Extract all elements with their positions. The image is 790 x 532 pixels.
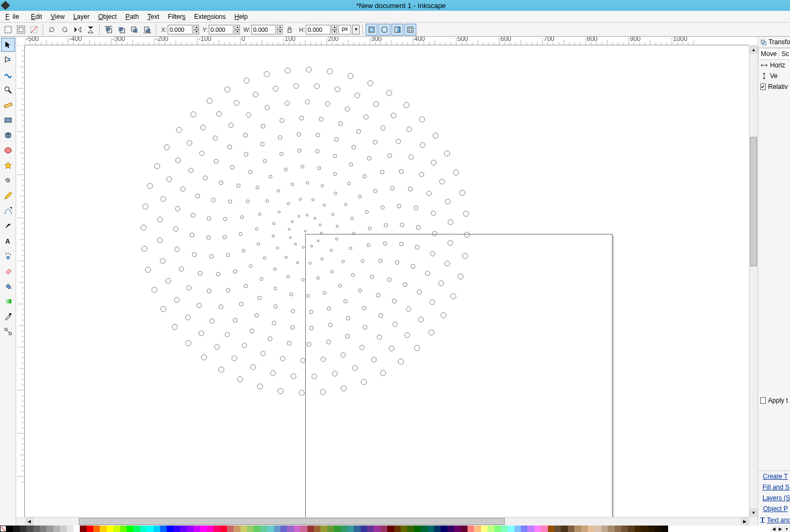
selector-tool-icon[interactable]	[1, 38, 15, 52]
connector-tool-icon[interactable]	[1, 324, 15, 338]
affect-corners-toggle[interactable]	[379, 24, 390, 36]
color-swatch[interactable]	[274, 526, 280, 532]
select-all-icon[interactable]	[15, 24, 27, 36]
color-swatch[interactable]	[387, 526, 394, 532]
color-swatch[interactable]	[13, 526, 19, 532]
tab-scale[interactable]: Sc	[779, 48, 790, 59]
spiral-tool-icon[interactable]	[1, 174, 15, 188]
color-swatch[interactable]	[267, 526, 273, 532]
deselect-icon[interactable]	[28, 24, 40, 36]
color-swatch[interactable]	[294, 526, 300, 532]
lower-bottom-icon[interactable]	[141, 24, 153, 36]
unit-dropdown-icon[interactable]: ▼	[352, 25, 360, 34]
color-swatch[interactable]	[448, 526, 454, 532]
menu-edit[interactable]: Edit	[28, 12, 45, 22]
menu-file[interactable]: File	[2, 12, 25, 22]
menu-layer[interactable]: Layer	[70, 12, 93, 22]
raise-icon[interactable]	[115, 24, 127, 36]
color-swatch[interactable]	[67, 526, 73, 532]
color-swatch[interactable]	[468, 526, 474, 532]
color-swatch[interactable]	[574, 526, 581, 532]
color-swatch[interactable]	[461, 526, 468, 532]
vert-option[interactable]: Ve	[758, 71, 790, 81]
h-spinner[interactable]: ▲▼	[332, 25, 337, 34]
color-swatch[interactable]	[514, 526, 521, 532]
zoom-tool-icon[interactable]	[1, 83, 15, 97]
color-swatch[interactable]	[648, 526, 655, 532]
color-swatch[interactable]	[554, 526, 561, 532]
color-swatch[interactable]	[421, 526, 427, 532]
color-swatch[interactable]	[474, 526, 480, 532]
color-swatch[interactable]	[253, 526, 260, 532]
color-swatch[interactable]	[80, 526, 86, 532]
color-swatch[interactable]	[40, 526, 46, 532]
color-swatch[interactable]	[46, 526, 53, 532]
color-swatch[interactable]	[608, 526, 614, 532]
color-swatch[interactable]	[581, 526, 588, 532]
lower-icon[interactable]	[128, 24, 140, 36]
color-swatch[interactable]	[641, 526, 648, 532]
color-swatch[interactable]	[260, 526, 267, 532]
paintbucket-tool-icon[interactable]	[1, 279, 15, 293]
color-swatch[interactable]	[481, 526, 487, 532]
affect-stroke-toggle[interactable]	[366, 24, 377, 36]
color-swatch[interactable]	[241, 526, 247, 532]
menu-view[interactable]: View	[47, 12, 68, 22]
lock-aspect-icon[interactable]	[284, 24, 296, 36]
box3d-tool-icon[interactable]	[1, 128, 15, 142]
x-spinner[interactable]: ▲▼	[194, 25, 199, 34]
palette-menu-icon[interactable]: ▾	[784, 526, 790, 532]
rotate-cw-icon[interactable]	[59, 24, 71, 36]
color-swatch[interactable]	[521, 526, 527, 532]
y-spinner[interactable]: ▲▼	[235, 25, 240, 34]
color-swatch[interactable]	[100, 526, 106, 532]
ellipse-tool-icon[interactable]	[1, 143, 15, 157]
x-input[interactable]	[168, 25, 193, 34]
color-swatch[interactable]	[327, 526, 334, 532]
color-swatch[interactable]	[187, 526, 194, 532]
menu-filters[interactable]: Filters	[164, 12, 189, 22]
w-spinner[interactable]: ▲▼	[277, 25, 283, 34]
link-text-font[interactable]: TText and	[758, 514, 790, 526]
rotate-ccw-icon[interactable]	[46, 24, 58, 36]
color-swatch[interactable]	[541, 526, 547, 532]
menu-help[interactable]: Help	[231, 12, 251, 22]
color-swatch[interactable]	[615, 526, 621, 532]
rect-tool-icon[interactable]	[1, 113, 15, 127]
color-swatch[interactable]	[221, 526, 227, 532]
color-swatch[interactable]	[194, 526, 200, 532]
color-swatch[interactable]	[507, 526, 514, 532]
color-swatch[interactable]	[628, 526, 634, 532]
color-swatch[interactable]	[534, 526, 541, 532]
color-swatch[interactable]	[374, 526, 380, 532]
menu-path[interactable]: Path	[122, 12, 142, 22]
color-swatch[interactable]	[407, 526, 414, 532]
bezier-tool-icon[interactable]	[1, 204, 15, 218]
color-swatch[interactable]	[33, 526, 40, 532]
color-swatch[interactable]	[113, 526, 120, 532]
menu-object[interactable]: Object	[95, 12, 120, 22]
hscroll-thumb[interactable]	[79, 518, 505, 525]
color-swatch[interactable]	[280, 526, 287, 532]
color-swatch[interactable]	[140, 526, 147, 532]
unit-select[interactable]: px	[338, 25, 351, 34]
raise-top-icon[interactable]	[102, 24, 114, 36]
color-swatch[interactable]	[154, 526, 160, 532]
gradient-tool-icon[interactable]	[1, 294, 15, 308]
color-swatch[interactable]	[494, 526, 501, 532]
color-swatch[interactable]	[568, 526, 574, 532]
tweak-tool-icon[interactable]	[1, 68, 15, 82]
palette-right-icon[interactable]: ▶	[777, 526, 784, 532]
color-swatch[interactable]	[227, 526, 233, 532]
scroll-left-icon[interactable]: ◀	[25, 517, 33, 526]
color-swatch[interactable]	[548, 526, 554, 532]
tab-move[interactable]: Move	[758, 48, 779, 59]
horiz-option[interactable]: Horiz	[758, 60, 790, 71]
link-object-props[interactable]: Object P	[758, 503, 790, 514]
color-swatch[interactable]	[588, 526, 594, 532]
color-swatch[interactable]	[147, 526, 153, 532]
vertical-ruler[interactable]	[16, 45, 25, 517]
color-swatch[interactable]	[527, 526, 534, 532]
color-swatch[interactable]	[414, 526, 421, 532]
color-swatch[interactable]	[127, 526, 133, 532]
